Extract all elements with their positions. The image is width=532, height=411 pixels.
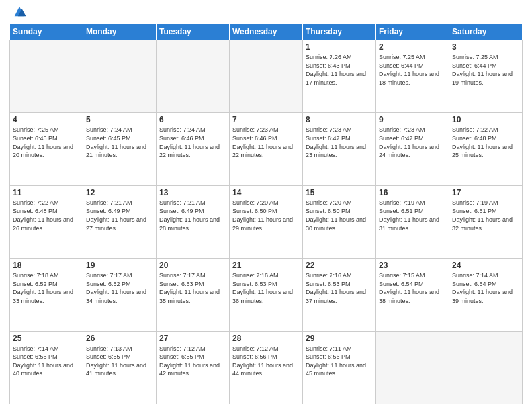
calendar-week-row: 4Sunrise: 7:25 AMSunset: 6:45 PMDaylight… — [10, 113, 523, 185]
day-info: Sunrise: 7:24 AMSunset: 6:45 PMDaylight:… — [86, 126, 153, 159]
day-number: 29 — [306, 334, 373, 343]
day-number: 2 — [379, 42, 446, 52]
day-info: Sunrise: 7:25 AMSunset: 6:44 PMDaylight:… — [379, 53, 446, 87]
day-info: Sunrise: 7:14 AMSunset: 6:55 PMDaylight:… — [13, 345, 80, 378]
day-info: Sunrise: 7:16 AMSunset: 6:53 PMDaylight:… — [306, 271, 373, 305]
day-info: Sunrise: 7:12 AMSunset: 6:56 PMDaylight:… — [232, 345, 300, 378]
calendar-cell: 1Sunrise: 7:26 AMSunset: 6:43 PMDaylight… — [303, 40, 376, 113]
calendar-cell — [449, 331, 523, 404]
calendar-cell: 14Sunrise: 7:20 AMSunset: 6:50 PMDayligh… — [230, 185, 303, 258]
day-info: Sunrise: 7:26 AMSunset: 6:43 PMDaylight:… — [306, 53, 373, 87]
calendar-cell: 24Sunrise: 7:14 AMSunset: 6:54 PMDayligh… — [449, 259, 523, 331]
calendar-cell: 17Sunrise: 7:19 AMSunset: 6:51 PMDayligh… — [449, 185, 523, 258]
calendar-cell: 3Sunrise: 7:25 AMSunset: 6:44 PMDaylight… — [449, 40, 523, 113]
calendar-cell: 19Sunrise: 7:17 AMSunset: 6:52 PMDayligh… — [83, 259, 157, 331]
calendar-week-row: 25Sunrise: 7:14 AMSunset: 6:55 PMDayligh… — [10, 331, 523, 404]
calendar-cell: 13Sunrise: 7:21 AMSunset: 6:49 PMDayligh… — [157, 185, 230, 258]
calendar-cell: 23Sunrise: 7:15 AMSunset: 6:54 PMDayligh… — [376, 259, 449, 331]
calendar-cell: 6Sunrise: 7:24 AMSunset: 6:46 PMDaylight… — [157, 113, 230, 185]
day-of-week-header: Tuesday — [157, 24, 230, 40]
day-info: Sunrise: 7:17 AMSunset: 6:52 PMDaylight:… — [86, 271, 153, 305]
day-info: Sunrise: 7:20 AMSunset: 6:50 PMDaylight:… — [232, 199, 300, 232]
day-info: Sunrise: 7:20 AMSunset: 6:50 PMDaylight:… — [306, 199, 373, 232]
day-number: 10 — [452, 115, 519, 124]
day-info: Sunrise: 7:19 AMSunset: 6:51 PMDaylight:… — [379, 199, 446, 232]
calendar-cell: 20Sunrise: 7:17 AMSunset: 6:53 PMDayligh… — [157, 259, 230, 331]
day-number: 22 — [306, 261, 373, 270]
day-info: Sunrise: 7:14 AMSunset: 6:54 PMDaylight:… — [452, 271, 519, 305]
day-info: Sunrise: 7:22 AMSunset: 6:48 PMDaylight:… — [452, 126, 519, 159]
calendar-cell: 25Sunrise: 7:14 AMSunset: 6:55 PMDayligh… — [10, 331, 83, 404]
calendar-cell: 22Sunrise: 7:16 AMSunset: 6:53 PMDayligh… — [303, 259, 376, 331]
calendar-week-row: 1Sunrise: 7:26 AMSunset: 6:43 PMDaylight… — [10, 40, 523, 113]
calendar-cell: 9Sunrise: 7:23 AMSunset: 6:47 PMDaylight… — [376, 113, 449, 185]
day-number: 16 — [379, 188, 446, 197]
day-number: 5 — [86, 115, 153, 124]
day-info: Sunrise: 7:19 AMSunset: 6:51 PMDaylight:… — [452, 199, 519, 232]
calendar-body: 1Sunrise: 7:26 AMSunset: 6:43 PMDaylight… — [10, 40, 523, 404]
day-of-week-header: Friday — [376, 24, 449, 40]
calendar-cell: 27Sunrise: 7:12 AMSunset: 6:55 PMDayligh… — [157, 331, 230, 404]
day-number: 18 — [13, 261, 80, 270]
calendar-cell — [230, 40, 303, 113]
day-info: Sunrise: 7:16 AMSunset: 6:53 PMDaylight:… — [232, 271, 300, 305]
calendar-cell: 2Sunrise: 7:25 AMSunset: 6:44 PMDaylight… — [376, 40, 449, 113]
calendar-cell: 11Sunrise: 7:22 AMSunset: 6:48 PMDayligh… — [10, 185, 83, 258]
day-number: 24 — [452, 261, 519, 270]
day-number: 9 — [379, 115, 446, 124]
days-of-week-row: SundayMondayTuesdayWednesdayThursdayFrid… — [10, 24, 523, 40]
day-number: 7 — [232, 115, 300, 124]
calendar-cell: 8Sunrise: 7:23 AMSunset: 6:47 PMDaylight… — [303, 113, 376, 185]
calendar-cell: 4Sunrise: 7:25 AMSunset: 6:45 PMDaylight… — [10, 113, 83, 185]
calendar-cell — [83, 40, 157, 113]
calendar-cell: 10Sunrise: 7:22 AMSunset: 6:48 PMDayligh… — [449, 113, 523, 185]
calendar-cell: 15Sunrise: 7:20 AMSunset: 6:50 PMDayligh… — [303, 185, 376, 258]
day-number: 27 — [159, 334, 226, 343]
calendar-cell — [376, 331, 449, 404]
day-of-week-header: Thursday — [303, 24, 376, 40]
day-info: Sunrise: 7:21 AMSunset: 6:49 PMDaylight:… — [159, 199, 226, 232]
day-of-week-header: Sunday — [10, 24, 83, 40]
day-info: Sunrise: 7:23 AMSunset: 6:47 PMDaylight:… — [379, 126, 446, 159]
day-number: 4 — [13, 115, 80, 124]
day-number: 21 — [232, 261, 300, 270]
calendar-cell: 5Sunrise: 7:24 AMSunset: 6:45 PMDaylight… — [83, 113, 157, 185]
day-info: Sunrise: 7:12 AMSunset: 6:55 PMDaylight:… — [159, 345, 226, 378]
day-info: Sunrise: 7:18 AMSunset: 6:52 PMDaylight:… — [13, 271, 80, 305]
day-number: 13 — [159, 188, 226, 197]
day-number: 1 — [306, 42, 373, 52]
day-of-week-header: Monday — [83, 24, 157, 40]
calendar-cell — [157, 40, 230, 113]
calendar-cell: 29Sunrise: 7:11 AMSunset: 6:56 PMDayligh… — [303, 331, 376, 404]
day-number: 20 — [159, 261, 226, 270]
calendar-cell: 18Sunrise: 7:18 AMSunset: 6:52 PMDayligh… — [10, 259, 83, 331]
calendar: SundayMondayTuesdayWednesdayThursdayFrid… — [9, 23, 523, 404]
calendar-cell: 26Sunrise: 7:13 AMSunset: 6:55 PMDayligh… — [83, 331, 157, 404]
day-number: 25 — [13, 334, 80, 343]
page: SundayMondayTuesdayWednesdayThursdayFrid… — [0, 0, 532, 411]
calendar-cell: 7Sunrise: 7:23 AMSunset: 6:46 PMDaylight… — [230, 113, 303, 185]
day-number: 23 — [379, 261, 446, 270]
day-number: 15 — [306, 188, 373, 197]
calendar-cell: 21Sunrise: 7:16 AMSunset: 6:53 PMDayligh… — [230, 259, 303, 331]
day-info: Sunrise: 7:23 AMSunset: 6:47 PMDaylight:… — [306, 126, 373, 159]
day-of-week-header: Wednesday — [230, 24, 303, 40]
day-number: 26 — [86, 334, 153, 343]
calendar-cell — [10, 40, 83, 113]
day-info: Sunrise: 7:25 AMSunset: 6:44 PMDaylight:… — [452, 53, 519, 87]
day-info: Sunrise: 7:22 AMSunset: 6:48 PMDaylight:… — [13, 199, 80, 232]
day-info: Sunrise: 7:15 AMSunset: 6:54 PMDaylight:… — [379, 271, 446, 305]
day-number: 6 — [159, 115, 226, 124]
day-info: Sunrise: 7:24 AMSunset: 6:46 PMDaylight:… — [159, 126, 226, 159]
day-info: Sunrise: 7:11 AMSunset: 6:56 PMDaylight:… — [306, 345, 373, 378]
day-number: 17 — [452, 188, 519, 197]
logo-icon — [12, 4, 27, 19]
day-info: Sunrise: 7:13 AMSunset: 6:55 PMDaylight:… — [86, 345, 153, 378]
day-of-week-header: Saturday — [449, 24, 523, 40]
day-number: 3 — [452, 42, 519, 52]
day-number: 11 — [13, 188, 80, 197]
calendar-cell: 12Sunrise: 7:21 AMSunset: 6:49 PMDayligh… — [83, 185, 157, 258]
day-number: 12 — [86, 188, 153, 197]
calendar-cell: 16Sunrise: 7:19 AMSunset: 6:51 PMDayligh… — [376, 185, 449, 258]
calendar-week-row: 18Sunrise: 7:18 AMSunset: 6:52 PMDayligh… — [10, 259, 523, 331]
